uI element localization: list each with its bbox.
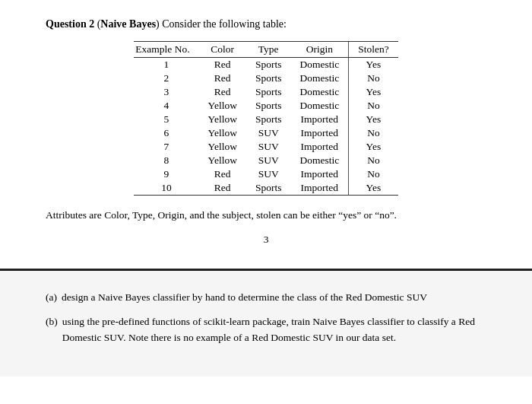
table-cell: No [349, 154, 398, 167]
table-row: 7YellowSUVImportedYes [134, 140, 397, 154]
question-bold-label: (Naive Bayes) [97, 18, 160, 30]
table-cell: Imported [290, 140, 348, 154]
table-cell: Red [199, 72, 246, 85]
table-cell: Red [199, 181, 246, 196]
table-cell: Domestic [290, 85, 348, 99]
bottom-section: (a)design a Naive Bayes classifier by ha… [0, 271, 532, 377]
table-cell: Yellow [199, 99, 246, 113]
page-number: 3 [46, 234, 486, 246]
table-row: 6YellowSUVImportedNo [134, 126, 397, 140]
table-cell: 7 [134, 140, 198, 154]
table-cell: 3 [134, 85, 198, 99]
data-table: Example No. Color Type Origin Stolen? 1R… [134, 41, 397, 196]
table-cell: No [349, 167, 398, 181]
table-cell: SUV [246, 126, 291, 140]
table-row: 8YellowSUVDomesticNo [134, 154, 397, 167]
table-row: 3RedSportsDomesticYes [134, 85, 397, 99]
col-header-example: Example No. [134, 42, 198, 58]
list-item: (a)design a Naive Bayes classifier by ha… [46, 289, 486, 306]
list-item-label: (b) [46, 313, 58, 346]
col-header-stolen: Stolen? [349, 42, 398, 58]
table-cell: Imported [290, 113, 348, 126]
table-cell: Red [199, 58, 246, 72]
table-cell: No [349, 126, 398, 140]
table-cell: 9 [134, 167, 198, 181]
table-cell: Yes [349, 113, 398, 126]
table-cell: Domestic [290, 72, 348, 85]
list-item-content: using the pre-defined functions of sciki… [62, 313, 486, 346]
table-cell: Yellow [199, 126, 246, 140]
col-header-type: Type [246, 42, 291, 58]
table-cell: Sports [246, 113, 291, 126]
table-cell: Sports [246, 99, 291, 113]
table-cell: Imported [290, 126, 348, 140]
table-cell: Sports [246, 181, 291, 196]
table-row: 5YellowSportsImportedYes [134, 113, 397, 126]
table-row: 1RedSportsDomesticYes [134, 58, 397, 72]
question-rest: Consider the following table: [162, 18, 287, 30]
table-cell: Sports [246, 85, 291, 99]
table-row: 2RedSportsDomesticNo [134, 72, 397, 85]
table-cell: Domestic [290, 99, 348, 113]
table-cell: 10 [134, 181, 198, 196]
table-cell: Red [199, 167, 246, 181]
table-cell: Domestic [290, 58, 348, 72]
col-header-color: Color [199, 42, 246, 58]
table-cell: SUV [246, 167, 291, 181]
table-wrapper: Example No. Color Type Origin Stolen? 1R… [46, 41, 486, 196]
table-row: 9RedSUVImportedNo [134, 167, 397, 181]
table-cell: 8 [134, 154, 198, 167]
question-header: Question 2 (Naive Bayes) Consider the fo… [46, 18, 486, 30]
table-cell: No [349, 99, 398, 113]
table-cell: Yellow [199, 113, 246, 126]
table-cell: 1 [134, 58, 198, 72]
table-header-row: Example No. Color Type Origin Stolen? [134, 42, 397, 58]
list-item-content: design a Naive Bayes classifier by hand … [62, 289, 486, 306]
table-cell: 6 [134, 126, 198, 140]
attributes-text: Attributes are Color, Type, Origin, and … [46, 208, 486, 223]
table-cell: SUV [246, 154, 291, 167]
list-item-label: (a) [46, 289, 57, 306]
question-number: Question 2 [46, 18, 94, 30]
col-header-origin: Origin [290, 42, 348, 58]
top-section: Question 2 (Naive Bayes) Consider the fo… [0, 0, 532, 271]
table-cell: 5 [134, 113, 198, 126]
table-cell: Imported [290, 181, 348, 196]
table-cell: Domestic [290, 154, 348, 167]
table-cell: Sports [246, 72, 291, 85]
table-cell: 4 [134, 99, 198, 113]
table-cell: Red [199, 85, 246, 99]
table-cell: Yes [349, 85, 398, 99]
table-cell: Yes [349, 140, 398, 154]
table-row: 4YellowSportsDomesticNo [134, 99, 397, 113]
table-cell: No [349, 72, 398, 85]
table-cell: SUV [246, 140, 291, 154]
table-cell: 2 [134, 72, 198, 85]
table-cell: Sports [246, 58, 291, 72]
questions-list: (a)design a Naive Bayes classifier by ha… [46, 289, 486, 346]
table-cell: Yes [349, 58, 398, 72]
table-row: 10RedSportsImportedYes [134, 181, 397, 196]
table-cell: Imported [290, 167, 348, 181]
list-item: (b)using the pre-defined functions of sc… [46, 313, 486, 346]
table-cell: Yellow [199, 140, 246, 154]
table-cell: Yes [349, 181, 398, 196]
table-cell: Yellow [199, 154, 246, 167]
